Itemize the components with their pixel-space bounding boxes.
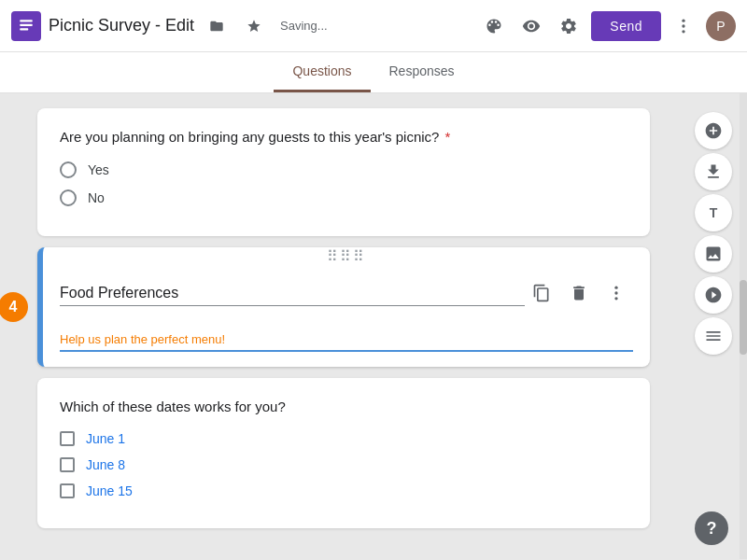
add-video-button[interactable] [695, 276, 732, 314]
section-icon [704, 327, 723, 345]
sidebar-toolbar: T [687, 93, 740, 559]
guest-question-text: Are you planning on bringing any guests … [60, 127, 627, 147]
image-icon [704, 245, 723, 263]
checkbox-june8[interactable] [60, 457, 75, 472]
svg-point-7 [614, 291, 617, 294]
scrollbar-thumb[interactable] [740, 280, 747, 355]
checkbox-option-june15: June 15 [60, 483, 627, 498]
palette-icon [485, 17, 503, 35]
text-icon: T [710, 205, 718, 220]
eye-icon [522, 17, 541, 35]
preview-button[interactable] [516, 11, 546, 41]
gear-icon [559, 17, 578, 35]
folder-button[interactable] [202, 11, 232, 41]
radio-circle-yes[interactable] [60, 161, 77, 178]
section-description-input[interactable] [60, 329, 633, 352]
scrollbar-track[interactable] [740, 93, 747, 559]
app-logo [11, 11, 41, 41]
drag-handle[interactable]: ⠿⠿⠿ [43, 247, 650, 265]
svg-rect-0 [20, 20, 33, 21]
radio-circle-no[interactable] [60, 189, 77, 206]
food-preferences-card: ⠿⠿⠿ [37, 247, 650, 367]
guest-question-card: Are you planning on bringing any guests … [37, 108, 650, 236]
add-section-button[interactable] [695, 317, 732, 355]
more-vertical-card-icon [607, 284, 626, 302]
svg-point-5 [682, 30, 684, 33]
food-card-body [43, 276, 650, 367]
play-circle-icon [704, 286, 723, 304]
avatar[interactable]: P [706, 11, 736, 41]
checkbox-option-june8: June 8 [60, 457, 627, 472]
radio-option-no: No [60, 189, 627, 206]
section-title-input[interactable] [60, 281, 525, 306]
food-preferences-wrapper: 4 ⠿⠿⠿ [37, 247, 650, 367]
delete-button[interactable] [562, 276, 596, 310]
folder-icon [209, 19, 224, 34]
more-options-button[interactable] [599, 276, 633, 310]
checkbox-june15[interactable] [60, 483, 75, 498]
svg-point-8 [614, 297, 617, 300]
duplicate-button[interactable] [525, 276, 558, 310]
import-questions-button[interactable] [695, 153, 732, 190]
star-button[interactable] [239, 11, 269, 41]
add-question-button[interactable] [695, 112, 732, 149]
checkbox-option-june1: June 1 [60, 431, 627, 446]
svg-rect-1 [20, 23, 33, 25]
star-icon [247, 19, 261, 34]
svg-point-4 [682, 24, 684, 27]
help-button[interactable]: ? [695, 511, 728, 545]
settings-button[interactable] [554, 11, 584, 41]
import-icon [704, 162, 723, 181]
app-header: Picnic Survey - Edit Saving... Send P [0, 0, 747, 52]
saving-status: Saving... [280, 19, 328, 33]
radio-option-yes: Yes [60, 161, 627, 178]
page-title: Picnic Survey - Edit [49, 16, 194, 35]
trash-icon [570, 284, 588, 302]
more-vertical-icon [674, 17, 693, 35]
tabs-bar: Questions Responses [0, 52, 747, 93]
add-title-button[interactable]: T [695, 194, 732, 231]
add-image-button[interactable] [695, 235, 732, 273]
questions-list: Are you planning on bringing any guests … [0, 93, 687, 559]
dates-question-card: Which of these dates works for you? June… [37, 378, 650, 528]
checkbox-june1[interactable] [60, 431, 75, 446]
main-content: Are you planning on bringing any guests … [0, 93, 747, 559]
dates-question-text: Which of these dates works for you? [60, 397, 627, 416]
card-action-buttons [525, 276, 633, 310]
send-button[interactable]: Send [591, 11, 661, 41]
food-card-header-row [60, 276, 633, 310]
plus-circle-icon [704, 121, 723, 140]
tab-questions[interactable]: Questions [274, 52, 370, 92]
section-number-badge: 4 [0, 292, 28, 322]
svg-point-6 [614, 287, 617, 289]
svg-point-3 [682, 19, 684, 21]
more-menu-button[interactable] [669, 11, 698, 41]
palette-button[interactable] [479, 11, 509, 41]
tab-responses[interactable]: Responses [371, 52, 473, 92]
forms-logo-icon [18, 18, 35, 35]
svg-rect-2 [20, 28, 28, 30]
required-indicator: * [441, 129, 450, 145]
duplicate-icon [532, 284, 551, 302]
